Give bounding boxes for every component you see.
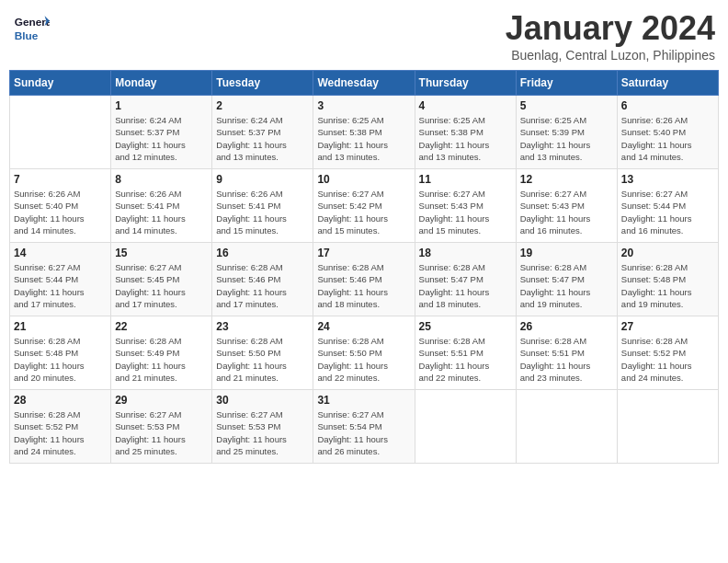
day-number: 26 <box>520 320 613 333</box>
weekday-header-row: SundayMondayTuesdayWednesdayThursdayFrid… <box>10 71 719 96</box>
calendar-cell <box>617 390 718 464</box>
day-number: 31 <box>317 394 410 407</box>
day-info: Sunrise: 6:27 AM Sunset: 5:42 PM Dayligh… <box>317 188 410 236</box>
day-number: 12 <box>520 173 613 186</box>
calendar-cell: 24Sunrise: 6:28 AM Sunset: 5:50 PM Dayli… <box>313 316 415 390</box>
day-info: Sunrise: 6:25 AM Sunset: 5:38 PM Dayligh… <box>419 114 512 163</box>
svg-text:Blue: Blue <box>15 29 39 42</box>
day-number: 4 <box>419 99 512 112</box>
day-info: Sunrise: 6:28 AM Sunset: 5:49 PM Dayligh… <box>115 335 208 384</box>
calendar-cell: 26Sunrise: 6:28 AM Sunset: 5:51 PM Dayli… <box>516 316 617 390</box>
day-number: 9 <box>216 173 309 186</box>
day-info: Sunrise: 6:26 AM Sunset: 5:41 PM Dayligh… <box>115 188 208 236</box>
calendar-cell: 20Sunrise: 6:28 AM Sunset: 5:48 PM Dayli… <box>617 243 718 316</box>
day-number: 29 <box>115 394 208 407</box>
calendar-cell: 5Sunrise: 6:25 AM Sunset: 5:39 PM Daylig… <box>516 96 617 169</box>
calendar-cell: 14Sunrise: 6:27 AM Sunset: 5:44 PM Dayli… <box>10 243 111 316</box>
day-info: Sunrise: 6:27 AM Sunset: 5:44 PM Dayligh… <box>621 188 714 236</box>
calendar-cell: 8Sunrise: 6:26 AM Sunset: 5:41 PM Daylig… <box>111 169 212 243</box>
day-info: Sunrise: 6:28 AM Sunset: 5:48 PM Dayligh… <box>14 335 107 384</box>
weekday-header-cell: Thursday <box>415 71 516 96</box>
day-number: 7 <box>14 173 107 186</box>
day-info: Sunrise: 6:28 AM Sunset: 5:52 PM Dayligh… <box>621 335 714 384</box>
day-info: Sunrise: 6:28 AM Sunset: 5:52 PM Dayligh… <box>14 408 107 457</box>
calendar-cell: 3Sunrise: 6:25 AM Sunset: 5:38 PM Daylig… <box>313 96 415 169</box>
svg-text:General: General <box>15 16 50 29</box>
calendar-cell: 2Sunrise: 6:24 AM Sunset: 5:37 PM Daylig… <box>212 96 313 169</box>
calendar-week-row: 28Sunrise: 6:28 AM Sunset: 5:52 PM Dayli… <box>10 390 719 464</box>
day-number: 13 <box>621 173 714 186</box>
calendar-cell <box>10 96 111 169</box>
day-number: 20 <box>621 247 714 259</box>
day-info: Sunrise: 6:25 AM Sunset: 5:38 PM Dayligh… <box>317 114 410 163</box>
weekday-header-cell: Tuesday <box>212 71 313 96</box>
day-number: 15 <box>115 247 208 259</box>
day-info: Sunrise: 6:28 AM Sunset: 5:46 PM Dayligh… <box>216 261 309 310</box>
day-info: Sunrise: 6:25 AM Sunset: 5:39 PM Dayligh… <box>520 114 613 163</box>
calendar-body: 1Sunrise: 6:24 AM Sunset: 5:37 PM Daylig… <box>10 96 719 464</box>
day-number: 24 <box>317 320 410 333</box>
day-info: Sunrise: 6:28 AM Sunset: 5:51 PM Dayligh… <box>520 335 613 384</box>
calendar-cell: 30Sunrise: 6:27 AM Sunset: 5:53 PM Dayli… <box>212 390 313 464</box>
calendar-cell: 13Sunrise: 6:27 AM Sunset: 5:44 PM Dayli… <box>617 169 718 243</box>
day-number: 16 <box>216 247 309 259</box>
day-info: Sunrise: 6:28 AM Sunset: 5:51 PM Dayligh… <box>419 335 512 384</box>
logo-icon: General Blue <box>13 9 50 46</box>
day-number: 1 <box>115 99 208 112</box>
day-info: Sunrise: 6:28 AM Sunset: 5:47 PM Dayligh… <box>419 261 512 310</box>
calendar-cell: 9Sunrise: 6:26 AM Sunset: 5:41 PM Daylig… <box>212 169 313 243</box>
weekday-header-cell: Wednesday <box>313 71 415 96</box>
day-info: Sunrise: 6:27 AM Sunset: 5:54 PM Dayligh… <box>317 408 410 457</box>
weekday-header-cell: Friday <box>516 71 617 96</box>
day-number: 8 <box>115 173 208 186</box>
calendar-cell: 28Sunrise: 6:28 AM Sunset: 5:52 PM Dayli… <box>10 390 111 464</box>
day-number: 21 <box>14 320 107 333</box>
calendar-week-row: 7Sunrise: 6:26 AM Sunset: 5:40 PM Daylig… <box>10 169 719 243</box>
calendar-cell: 1Sunrise: 6:24 AM Sunset: 5:37 PM Daylig… <box>111 96 212 169</box>
day-info: Sunrise: 6:27 AM Sunset: 5:53 PM Dayligh… <box>216 408 309 457</box>
day-info: Sunrise: 6:28 AM Sunset: 5:47 PM Dayligh… <box>520 261 613 310</box>
weekday-header-cell: Saturday <box>617 71 718 96</box>
location-subtitle: Buenlag, Central Luzon, Philippines <box>506 48 715 63</box>
calendar-cell: 6Sunrise: 6:26 AM Sunset: 5:40 PM Daylig… <box>617 96 718 169</box>
day-number: 22 <box>115 320 208 333</box>
calendar-cell: 11Sunrise: 6:27 AM Sunset: 5:43 PM Dayli… <box>415 169 516 243</box>
calendar-cell: 7Sunrise: 6:26 AM Sunset: 5:40 PM Daylig… <box>10 169 111 243</box>
calendar-week-row: 14Sunrise: 6:27 AM Sunset: 5:44 PM Dayli… <box>10 243 719 316</box>
calendar-cell: 17Sunrise: 6:28 AM Sunset: 5:46 PM Dayli… <box>313 243 415 316</box>
calendar-cell: 10Sunrise: 6:27 AM Sunset: 5:42 PM Dayli… <box>313 169 415 243</box>
calendar-cell: 27Sunrise: 6:28 AM Sunset: 5:52 PM Dayli… <box>617 316 718 390</box>
day-info: Sunrise: 6:28 AM Sunset: 5:50 PM Dayligh… <box>216 335 309 384</box>
weekday-header-cell: Sunday <box>10 71 111 96</box>
day-info: Sunrise: 6:28 AM Sunset: 5:50 PM Dayligh… <box>317 335 410 384</box>
day-number: 11 <box>419 173 512 186</box>
calendar-cell: 12Sunrise: 6:27 AM Sunset: 5:43 PM Dayli… <box>516 169 617 243</box>
day-info: Sunrise: 6:26 AM Sunset: 5:40 PM Dayligh… <box>621 114 714 163</box>
calendar-cell: 4Sunrise: 6:25 AM Sunset: 5:38 PM Daylig… <box>415 96 516 169</box>
day-number: 30 <box>216 394 309 407</box>
day-number: 3 <box>317 99 410 112</box>
day-info: Sunrise: 6:27 AM Sunset: 5:43 PM Dayligh… <box>520 188 613 236</box>
day-info: Sunrise: 6:27 AM Sunset: 5:43 PM Dayligh… <box>419 188 512 236</box>
calendar-cell: 22Sunrise: 6:28 AM Sunset: 5:49 PM Dayli… <box>111 316 212 390</box>
day-number: 5 <box>520 99 613 112</box>
page-header: General Blue General Blue January 2024 B… <box>9 9 719 63</box>
day-number: 6 <box>621 99 714 112</box>
calendar-week-row: 21Sunrise: 6:28 AM Sunset: 5:48 PM Dayli… <box>10 316 719 390</box>
day-number: 28 <box>14 394 107 407</box>
title-block: January 2024 Buenlag, Central Luzon, Phi… <box>506 9 715 63</box>
day-info: Sunrise: 6:27 AM Sunset: 5:45 PM Dayligh… <box>115 261 208 310</box>
calendar-cell: 31Sunrise: 6:27 AM Sunset: 5:54 PM Dayli… <box>313 390 415 464</box>
day-number: 23 <box>216 320 309 333</box>
day-number: 17 <box>317 247 410 259</box>
calendar-cell: 25Sunrise: 6:28 AM Sunset: 5:51 PM Dayli… <box>415 316 516 390</box>
day-info: Sunrise: 6:28 AM Sunset: 5:48 PM Dayligh… <box>621 261 714 310</box>
day-info: Sunrise: 6:27 AM Sunset: 5:44 PM Dayligh… <box>14 261 107 310</box>
calendar-table: SundayMondayTuesdayWednesdayThursdayFrid… <box>9 70 719 464</box>
calendar-cell: 15Sunrise: 6:27 AM Sunset: 5:45 PM Dayli… <box>111 243 212 316</box>
day-info: Sunrise: 6:24 AM Sunset: 5:37 PM Dayligh… <box>216 114 309 163</box>
month-title: January 2024 <box>506 9 715 48</box>
calendar-cell: 23Sunrise: 6:28 AM Sunset: 5:50 PM Dayli… <box>212 316 313 390</box>
day-info: Sunrise: 6:27 AM Sunset: 5:53 PM Dayligh… <box>115 408 208 457</box>
day-info: Sunrise: 6:28 AM Sunset: 5:46 PM Dayligh… <box>317 261 410 310</box>
